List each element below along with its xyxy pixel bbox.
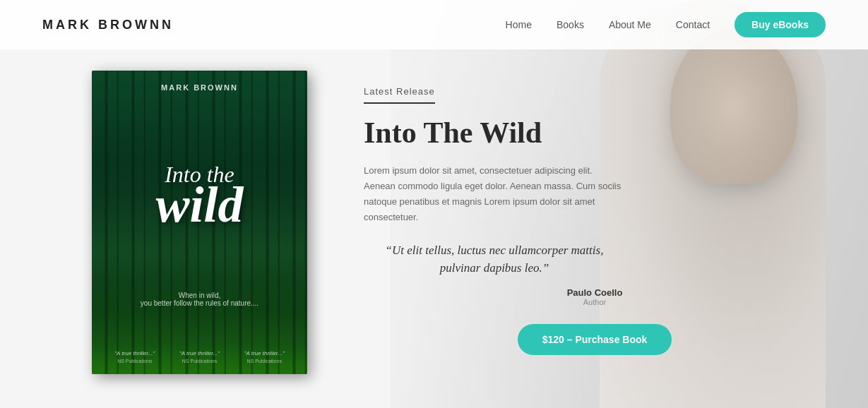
nav-home[interactable]: Home	[506, 19, 532, 30]
book-cover-author: MARK BROWNN	[92, 83, 307, 92]
review-2-text: "A true thriller..."	[167, 350, 232, 357]
review-2-source: NS Publications	[167, 359, 232, 364]
book-title-wild: wild	[92, 184, 307, 227]
book-main-title: Into The Wild	[364, 116, 826, 149]
book-cover-wrapper: MARK BROWNN Into the wild When in wild, …	[92, 71, 307, 374]
nav-contact[interactable]: Contact	[676, 19, 710, 30]
review-1-source: NS Publications	[102, 359, 167, 364]
review-3-text: "A true thriller..."	[232, 350, 297, 357]
quote-author-name: Paulo Coello	[364, 287, 826, 298]
latest-release-label: Latest Release	[364, 86, 435, 104]
nav-books[interactable]: Books	[557, 19, 584, 30]
quote-author: Paulo Coello Author	[364, 287, 826, 306]
review-3: "A true thriller..." NS Publications	[232, 350, 297, 364]
right-content: Latest Release Into The Wild Lorem ipsum…	[307, 64, 826, 355]
buy-ebooks-button[interactable]: Buy eBooks	[735, 12, 826, 37]
quote-author-title: Author	[364, 298, 826, 306]
header: MARK BROWNN Home Books About Me Contact …	[0, 0, 868, 49]
review-3-source: NS Publications	[232, 359, 297, 364]
main-content: MARK BROWNN Into the wild When in wild, …	[0, 49, 868, 408]
quote-text: “Ut elit tellus, luctus nec ullamcorper …	[364, 241, 625, 277]
book-cover-title-area: Into the wild	[92, 162, 307, 227]
book-reviews: "A true thriller..." NS Publications "A …	[92, 350, 307, 364]
tagline-line2: you better follow the rules of nature...…	[92, 299, 307, 307]
book-description: Lorem ipsum dolor sit amet, consectetuer…	[364, 163, 625, 225]
review-1: "A true thriller..." NS Publications	[102, 350, 167, 364]
main-nav: Home Books About Me Contact Buy eBooks	[506, 12, 826, 37]
nav-about[interactable]: About Me	[609, 19, 651, 30]
review-2: "A true thriller..." NS Publications	[167, 350, 232, 364]
review-1-text: "A true thriller..."	[102, 350, 167, 357]
tagline-line1: When in wild,	[92, 292, 307, 299]
purchase-button[interactable]: $120 – Purchase Book	[518, 324, 672, 355]
book-cover: MARK BROWNN Into the wild When in wild, …	[92, 71, 307, 374]
book-tagline: When in wild, you better follow the rule…	[92, 292, 307, 307]
site-logo: MARK BROWNN	[42, 18, 174, 32]
